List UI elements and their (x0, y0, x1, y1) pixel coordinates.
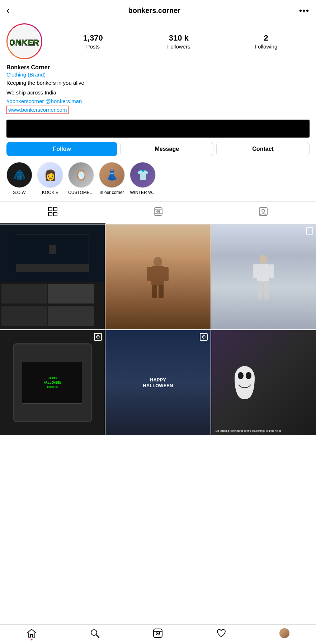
nav-profile-avatar (279, 628, 289, 638)
nav-profile[interactable] (279, 628, 289, 638)
grid-item-5[interactable]: HAPPYHALLOWEEN (105, 330, 210, 435)
follow-button[interactable]: Follow (6, 142, 117, 156)
photo-grid: HAPPYHALLOWEEN BONKERS HAPPYHALLOWEEN (0, 224, 316, 435)
highlight-customer[interactable]: 🪞 CUSTOMER... (68, 162, 94, 195)
svg-rect-14 (151, 266, 164, 286)
svg-point-32 (238, 372, 244, 379)
grid-item-4[interactable]: HAPPYHALLOWEEN BONKERS (0, 330, 105, 435)
svg-rect-17 (152, 285, 157, 298)
action-buttons: Follow Message Contact (0, 142, 316, 162)
home-icon (27, 628, 37, 638)
message-button[interactable]: Message (120, 142, 213, 156)
back-button[interactable]: ‹ (6, 5, 10, 16)
grid-item-3[interactable] (211, 224, 316, 329)
svg-point-19 (259, 255, 267, 264)
contact-button[interactable]: Contact (216, 142, 310, 156)
profile-section: BONKERS 1,370 Posts 310 k Followers 2 Fo… (0, 20, 316, 64)
bottom-nav (0, 624, 316, 644)
bio-line2: We ship across India. (6, 89, 310, 97)
stat-followers[interactable]: 310 k Followers (167, 33, 190, 50)
profile-name: Bonkers Corner (6, 64, 310, 71)
grid-item-1[interactable] (0, 224, 105, 329)
svg-point-33 (246, 372, 251, 379)
reels-icon (154, 207, 163, 218)
svg-text:BONKERS: BONKERS (10, 38, 39, 47)
svg-marker-38 (157, 633, 159, 634)
svg-rect-16 (164, 267, 169, 281)
svg-rect-20 (257, 264, 269, 282)
svg-rect-18 (159, 285, 164, 298)
stat-following[interactable]: 2 Following (255, 33, 277, 50)
nav-reels[interactable] (153, 628, 163, 638)
caption-text: - Me listening to my bestie do the exact… (214, 429, 313, 432)
header: ‹ bonkers.corner ••• (0, 0, 316, 20)
nav-search[interactable] (90, 628, 100, 638)
svg-rect-23 (258, 281, 263, 300)
reels-nav-icon (153, 628, 163, 638)
svg-rect-21 (253, 264, 258, 278)
avatar[interactable]: BONKERS (6, 23, 42, 59)
svg-rect-24 (264, 281, 269, 300)
highlight-kookie[interactable]: 👩 KOOKIE (37, 162, 63, 195)
svg-point-13 (154, 257, 162, 267)
grid-item-6[interactable]: - Me listening to my bestie do the exact… (211, 330, 316, 435)
svg-rect-22 (269, 264, 274, 278)
svg-rect-3 (53, 207, 57, 211)
svg-rect-15 (147, 267, 152, 281)
tab-tagged[interactable] (211, 202, 316, 224)
bio-section: Bonkers Corner Clothing (Brand) Keeping … (0, 64, 316, 117)
svg-line-35 (96, 635, 99, 638)
bio-link[interactable]: www.bonkerscorner.com (6, 106, 69, 114)
profile-category[interactable]: Clothing (Brand) (6, 71, 310, 78)
svg-rect-5 (53, 212, 57, 216)
bio-line1: Keeping the bonkers in you alive. (6, 79, 310, 87)
highlights-section: 🧥 S.O.W 👩 KOOKIE 🪞 CUSTOMER... 👗 in our … (0, 162, 316, 201)
highlight-winter[interactable]: 👕 WINTER W... (130, 162, 156, 195)
nav-home[interactable] (27, 628, 37, 638)
tab-grid[interactable] (0, 202, 105, 224)
nav-heart[interactable] (216, 628, 226, 638)
home-dot (31, 639, 33, 640)
reel-badge-4 (94, 333, 102, 342)
svg-marker-30 (203, 337, 205, 338)
more-button[interactable]: ••• (299, 6, 310, 15)
page-title: bonkers.corner (128, 6, 180, 15)
search-icon (90, 628, 100, 638)
svg-marker-27 (98, 337, 99, 338)
multi-badge (306, 227, 313, 235)
heart-icon (216, 628, 226, 638)
tab-reels[interactable] (105, 202, 211, 224)
svg-rect-4 (48, 212, 52, 216)
grid-item-2[interactable] (105, 224, 210, 329)
highlight-in-our-corner[interactable]: 👗 in our corner (99, 162, 125, 195)
stat-posts[interactable]: 1,370 Posts (83, 33, 103, 50)
svg-rect-2 (48, 207, 52, 211)
highlight-sow[interactable]: 🧥 S.O.W (6, 162, 32, 195)
tab-bar (0, 201, 316, 224)
grid-icon (48, 207, 57, 218)
svg-point-12 (262, 209, 265, 212)
tagged-icon (259, 207, 268, 218)
reel-badge-5 (200, 333, 208, 342)
stats-row: 1,370 Posts 310 k Followers 2 Following (51, 33, 310, 50)
redacted-bar (6, 120, 310, 138)
bio-hashtag[interactable]: #bonkerscorner @bonkers.man (6, 98, 310, 104)
